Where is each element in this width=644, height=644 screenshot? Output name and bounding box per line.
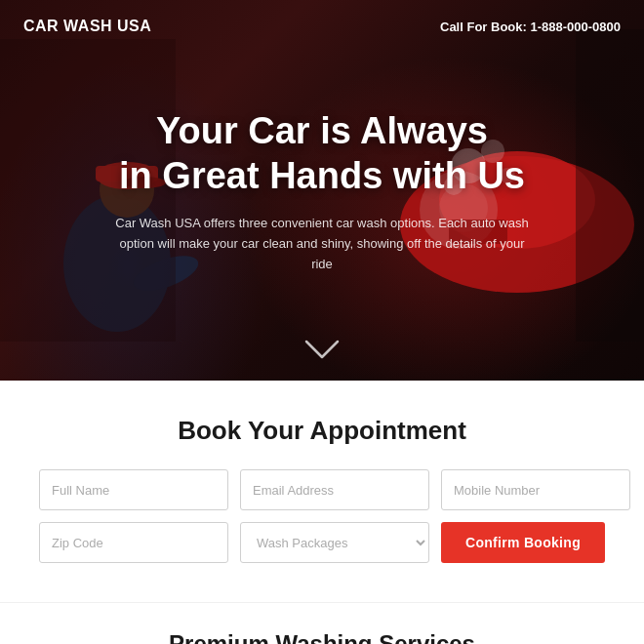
hero-subtitle: Car Wash USA offers three convenient car…: [107, 214, 537, 274]
zip-input[interactable]: [39, 522, 228, 563]
wash-packages-select[interactable]: Wash Packages Basic Wash Premium Wash De…: [240, 522, 429, 563]
brand-logo: CAR WASH USA: [23, 18, 151, 35]
booking-row-2: Wash Packages Basic Wash Premium Wash De…: [39, 522, 605, 563]
hero-content: Your Car is Always in Great Hands with U…: [0, 53, 644, 322]
phone-info: Call For Book: 1-888-000-0800: [440, 20, 621, 34]
booking-section: Book Your Appointment Wash Packages Basi…: [0, 381, 644, 602]
services-title: Premium Washing Services: [39, 630, 605, 644]
hero-title: Your Car is Always in Great Hands with U…: [119, 109, 525, 198]
booking-title: Book Your Appointment: [39, 416, 605, 446]
services-section: Premium Washing Services: [0, 602, 644, 644]
confirm-booking-button[interactable]: Confirm Booking: [441, 522, 605, 563]
email-input[interactable]: [240, 469, 429, 510]
phone-number: 1-888-000-0800: [530, 20, 621, 34]
phone-label: Call For Book:: [440, 20, 527, 34]
chevron-down-icon: [302, 338, 342, 361]
hero-section: CAR WASH USA Call For Book: 1-888-000-08…: [0, 0, 644, 381]
scroll-down-indicator[interactable]: [0, 322, 644, 381]
full-name-input[interactable]: [39, 469, 228, 510]
mobile-input[interactable]: [441, 469, 630, 510]
booking-row-1: [39, 469, 605, 510]
navbar: CAR WASH USA Call For Book: 1-888-000-08…: [0, 0, 644, 53]
